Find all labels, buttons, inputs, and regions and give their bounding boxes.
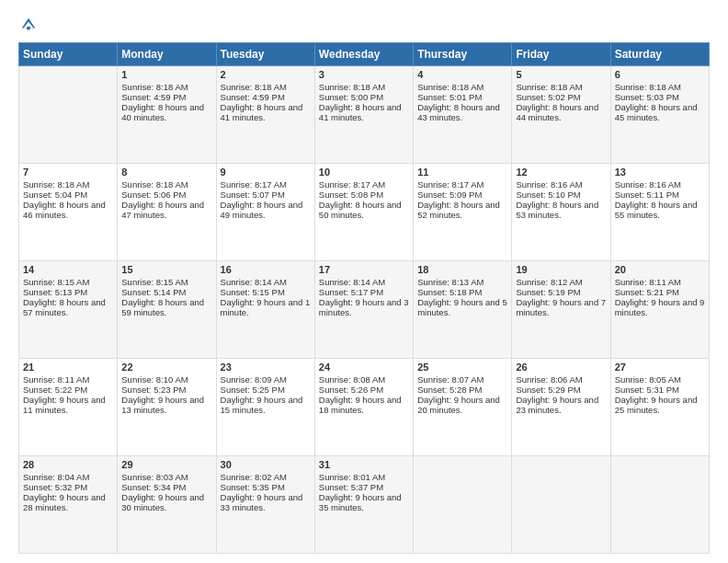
- day-number: 9: [221, 167, 311, 178]
- sunrise-text: Sunrise: 8:10 AM: [121, 374, 211, 385]
- day-number: 17: [319, 264, 409, 275]
- day-cell: 4Sunrise: 8:18 AMSunset: 5:01 PMDaylight…: [414, 66, 512, 164]
- day-cell: [610, 456, 709, 554]
- daylight-text: Daylight: 8 hours and 52 minutes.: [417, 200, 507, 220]
- weekday-header-thursday: Thursday: [414, 43, 512, 66]
- day-number: 31: [319, 459, 409, 470]
- daylight-text: Daylight: 8 hours and 47 minutes.: [121, 200, 211, 220]
- day-cell: 6Sunrise: 8:18 AMSunset: 5:03 PMDaylight…: [610, 66, 709, 164]
- day-cell: [19, 66, 118, 164]
- day-number: 27: [615, 362, 705, 373]
- day-number: 12: [516, 167, 606, 178]
- sunset-text: Sunset: 4:59 PM: [221, 92, 311, 102]
- day-cell: 14Sunrise: 8:15 AMSunset: 5:13 PMDayligh…: [19, 261, 118, 359]
- day-cell: 3Sunrise: 8:18 AMSunset: 5:00 PMDaylight…: [314, 66, 413, 164]
- week-row-1: 7Sunrise: 8:18 AMSunset: 5:04 PMDaylight…: [19, 164, 710, 261]
- day-number: 16: [221, 264, 311, 275]
- day-cell: 9Sunrise: 8:17 AMSunset: 5:07 PMDaylight…: [216, 164, 314, 261]
- day-cell: 7Sunrise: 8:18 AMSunset: 5:04 PMDaylight…: [19, 164, 118, 261]
- day-cell: 21Sunrise: 8:11 AMSunset: 5:22 PMDayligh…: [19, 359, 118, 456]
- day-cell: 12Sunrise: 8:16 AMSunset: 5:10 PMDayligh…: [512, 164, 610, 261]
- day-cell: [414, 456, 512, 554]
- weekday-header-tuesday: Tuesday: [216, 43, 314, 66]
- sunrise-text: Sunrise: 8:01 AM: [319, 472, 409, 482]
- daylight-text: Daylight: 9 hours and 3 minutes.: [319, 297, 409, 317]
- day-cell: 15Sunrise: 8:15 AMSunset: 5:14 PMDayligh…: [118, 261, 216, 359]
- day-cell: 29Sunrise: 8:03 AMSunset: 5:34 PMDayligh…: [118, 456, 216, 554]
- sunrise-text: Sunrise: 8:18 AM: [417, 82, 507, 92]
- sunrise-text: Sunrise: 8:12 AM: [516, 277, 606, 287]
- day-cell: 5Sunrise: 8:18 AMSunset: 5:02 PMDaylight…: [512, 66, 610, 164]
- daylight-text: Daylight: 8 hours and 55 minutes.: [615, 200, 705, 220]
- week-row-2: 14Sunrise: 8:15 AMSunset: 5:13 PMDayligh…: [19, 261, 710, 359]
- daylight-text: Daylight: 9 hours and 35 minutes.: [319, 492, 409, 512]
- sunrise-text: Sunrise: 8:07 AM: [417, 374, 507, 385]
- daylight-text: Daylight: 9 hours and 7 minutes.: [516, 297, 606, 317]
- daylight-text: Daylight: 9 hours and 23 minutes.: [516, 395, 606, 415]
- week-row-0: 1Sunrise: 8:18 AMSunset: 4:59 PMDaylight…: [19, 66, 710, 164]
- day-cell: 24Sunrise: 8:08 AMSunset: 5:26 PMDayligh…: [314, 359, 413, 456]
- daylight-text: Daylight: 8 hours and 50 minutes.: [319, 200, 409, 220]
- day-number: 8: [121, 167, 211, 178]
- daylight-text: Daylight: 8 hours and 53 minutes.: [516, 200, 606, 220]
- sunrise-text: Sunrise: 8:18 AM: [221, 82, 311, 92]
- sunrise-text: Sunrise: 8:17 AM: [417, 179, 507, 190]
- day-number: 2: [221, 69, 311, 80]
- sunset-text: Sunset: 5:11 PM: [615, 190, 705, 200]
- sunset-text: Sunset: 5:21 PM: [615, 287, 705, 297]
- daylight-text: Daylight: 8 hours and 49 minutes.: [221, 200, 311, 220]
- daylight-text: Daylight: 9 hours and 1 minute.: [221, 297, 311, 317]
- sunrise-text: Sunrise: 8:16 AM: [516, 179, 606, 190]
- logo-icon: [20, 17, 37, 33]
- day-cell: 13Sunrise: 8:16 AMSunset: 5:11 PMDayligh…: [610, 164, 709, 261]
- day-number: 3: [319, 69, 409, 80]
- weekday-header-friday: Friday: [512, 43, 610, 66]
- sunset-text: Sunset: 5:29 PM: [516, 385, 606, 395]
- day-number: 25: [417, 362, 507, 373]
- sunset-text: Sunset: 5:25 PM: [221, 385, 311, 395]
- logo: [18, 17, 37, 35]
- daylight-text: Daylight: 8 hours and 40 minutes.: [121, 102, 211, 122]
- day-number: 1: [121, 69, 211, 80]
- day-cell: 20Sunrise: 8:11 AMSunset: 5:21 PMDayligh…: [610, 261, 709, 359]
- sunrise-text: Sunrise: 8:18 AM: [615, 82, 705, 92]
- day-number: 10: [319, 167, 409, 178]
- sunrise-text: Sunrise: 8:14 AM: [319, 277, 409, 287]
- daylight-text: Daylight: 8 hours and 57 minutes.: [23, 297, 113, 317]
- day-cell: 17Sunrise: 8:14 AMSunset: 5:17 PMDayligh…: [314, 261, 413, 359]
- day-cell: 30Sunrise: 8:02 AMSunset: 5:35 PMDayligh…: [216, 456, 314, 554]
- sunset-text: Sunset: 5:22 PM: [23, 385, 113, 395]
- day-number: 7: [23, 167, 113, 178]
- sunrise-text: Sunrise: 8:18 AM: [516, 82, 606, 92]
- sunset-text: Sunset: 5:31 PM: [615, 385, 705, 395]
- sunset-text: Sunset: 5:37 PM: [319, 482, 409, 492]
- day-number: 29: [121, 459, 211, 470]
- day-cell: 28Sunrise: 8:04 AMSunset: 5:32 PMDayligh…: [19, 456, 118, 554]
- sunrise-text: Sunrise: 8:15 AM: [121, 277, 211, 287]
- day-cell: 18Sunrise: 8:13 AMSunset: 5:18 PMDayligh…: [414, 261, 512, 359]
- day-number: 20: [615, 264, 705, 275]
- calendar-body: 1Sunrise: 8:18 AMSunset: 4:59 PMDaylight…: [19, 66, 710, 554]
- day-number: 23: [221, 362, 311, 373]
- daylight-text: Daylight: 9 hours and 30 minutes.: [121, 492, 211, 512]
- sunrise-text: Sunrise: 8:15 AM: [23, 277, 113, 287]
- sunset-text: Sunset: 5:19 PM: [516, 287, 606, 297]
- sunrise-text: Sunrise: 8:13 AM: [417, 277, 507, 287]
- day-cell: 23Sunrise: 8:09 AMSunset: 5:25 PMDayligh…: [216, 359, 314, 456]
- header: [18, 17, 710, 35]
- weekday-header-saturday: Saturday: [610, 43, 709, 66]
- day-number: 18: [417, 264, 507, 275]
- weekday-header-wednesday: Wednesday: [314, 43, 413, 66]
- daylight-text: Daylight: 9 hours and 33 minutes.: [221, 492, 311, 512]
- day-number: 4: [417, 69, 507, 80]
- day-cell: 22Sunrise: 8:10 AMSunset: 5:23 PMDayligh…: [118, 359, 216, 456]
- day-number: 28: [23, 459, 113, 470]
- sunrise-text: Sunrise: 8:11 AM: [23, 374, 113, 385]
- daylight-text: Daylight: 8 hours and 59 minutes.: [121, 297, 211, 317]
- daylight-text: Daylight: 8 hours and 41 minutes.: [221, 102, 311, 122]
- sunrise-text: Sunrise: 8:17 AM: [221, 179, 311, 190]
- sunset-text: Sunset: 5:13 PM: [23, 287, 113, 297]
- daylight-text: Daylight: 8 hours and 41 minutes.: [319, 102, 409, 122]
- day-cell: 16Sunrise: 8:14 AMSunset: 5:15 PMDayligh…: [216, 261, 314, 359]
- daylight-text: Daylight: 9 hours and 20 minutes.: [417, 395, 507, 415]
